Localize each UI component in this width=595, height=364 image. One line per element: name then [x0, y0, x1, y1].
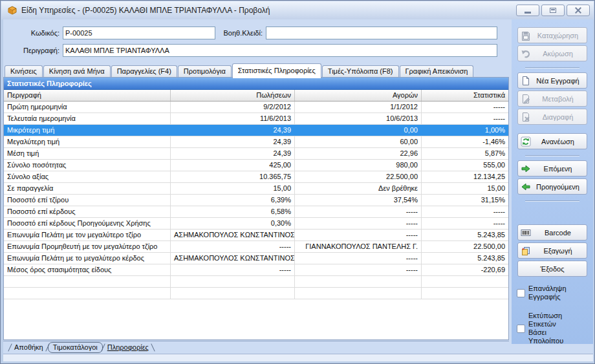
table-cell: -----	[422, 102, 508, 112]
table-cell: Τελευταία ημερομηνία	[4, 113, 171, 124]
table-cell: 555,00	[422, 160, 508, 171]
tab-kinisi-ana-mina[interactable]: Κίνηση ανά Μήνα	[43, 65, 111, 78]
table-row[interactable]: Τελευταία ημερομηνία11/6/201310/6/2013--…	[4, 113, 508, 125]
arrow-right-icon	[521, 164, 531, 174]
table-row[interactable]: Μέση τιμή24,3922,965,87%	[4, 148, 508, 160]
grid-header-row: Περιγραφή Πωλήσεων Αγορών Στατιστικά	[4, 90, 508, 102]
description-label: Περιγραφή:	[3, 47, 63, 54]
tab-statistikes-plirofories[interactable]: Στατιστικές Πληροφορίες	[232, 63, 321, 78]
edit-button[interactable]: Μεταβολή	[517, 91, 587, 107]
repeat-entry-checkbox-row: Επανάληψη Εγγραφής	[517, 284, 590, 301]
table-row[interactable]: Ποσοστό επί κέρδους6,58%----------	[4, 206, 508, 218]
table-cell: Ποσοστό επί κέρδους Προηγούμενης Χρήσης	[4, 218, 171, 229]
tab-grafiki-apeikonisi[interactable]: Γραφική Απεικόνιση	[400, 65, 474, 78]
bottom-tab-strip: Αποθήκη Τιμοκατάλογοι Πληροφορίες	[3, 341, 509, 353]
table-row[interactable]: Πρώτη ημερομηνία9/2/20121/1/2012-----	[4, 102, 508, 113]
table-cell: 425,00	[171, 160, 295, 171]
table-cell: 1,00%	[422, 125, 508, 136]
table-cell: Μέση τιμή	[4, 148, 171, 159]
window-controls	[516, 5, 590, 16]
table-cell: -1,46%	[422, 136, 508, 147]
table-row[interactable]: Μεγαλύτερη τιμή24,3960,00-1,46%	[4, 136, 508, 148]
code-input[interactable]	[63, 27, 215, 39]
table-cell: 24,39	[171, 125, 295, 136]
table-row[interactable]	[4, 288, 508, 299]
cancel-button[interactable]: Ακύρωση	[517, 45, 587, 61]
table-cell: ΑΣΗΜΑΚΟΠΟΥΛΟΣ ΚΩΝΣΤΑΝΤΙΝΟΣ	[171, 253, 295, 264]
grid-body: Πρώτη ημερομηνία9/2/20121/1/2012-----Τελ…	[4, 102, 508, 299]
minimize-button[interactable]	[516, 5, 539, 16]
table-row[interactable]: Επωνυμία Πελάτη με το μεγαλύτερο κέρδοςΑ…	[4, 253, 508, 264]
exit-button[interactable]: Έξοδος	[517, 261, 587, 277]
table-cell: 37,54%	[295, 195, 422, 206]
table-cell: 6,58%	[171, 206, 295, 217]
column-header-purchases[interactable]: Αγορών	[295, 90, 422, 101]
tab-times-ypoloipa[interactable]: Τιμές-Υπόλοιπα (F8)	[322, 65, 399, 78]
description-input[interactable]	[63, 44, 497, 57]
print-labels-checkbox-row: Εκτύπωση Ετικετών Βάσει Υπολοίπου	[517, 312, 590, 345]
repeat-entry-checkbox[interactable]	[517, 289, 525, 297]
sheet-tab-plirofories[interactable]: Πληροφορίες	[103, 343, 153, 352]
table-row[interactable]: Επωνυμία Προμηθευτή με τον μεγαλύτερο τζ…	[4, 241, 508, 253]
table-row[interactable]: Ποσοστό επί κέρδους Προηγούμενης Χρήσης0…	[4, 218, 508, 230]
top-tab-strip: Κινήσεις Κίνηση ανά Μήνα Παραγγελίες (F4…	[3, 62, 509, 78]
table-row[interactable]	[4, 276, 508, 288]
aux-key-input[interactable]	[266, 27, 497, 39]
table-cell: 31,15%	[422, 195, 508, 206]
sheet-tab-timokatalogoi[interactable]: Τιμοκατάλογοι	[48, 342, 103, 353]
table-cell: -----	[171, 264, 295, 275]
table-cell	[422, 288, 508, 299]
tab-protimologia[interactable]: Προτιμολόγια	[178, 65, 232, 78]
table-cell	[171, 288, 295, 299]
table-cell: Επωνυμία Πελάτη με το μεγαλύτερο κέρδος	[4, 253, 171, 264]
table-cell: 0,30%	[171, 218, 295, 229]
edit-icon	[521, 94, 531, 104]
new-record-button[interactable]: Νέα Εγγραφή	[517, 72, 587, 89]
print-labels-checkbox[interactable]	[517, 325, 525, 333]
table-cell: 5,87%	[422, 148, 508, 159]
save-button[interactable]: Καταχώρηση	[517, 27, 587, 43]
column-header-sales[interactable]: Πωλήσεων	[171, 90, 295, 101]
table-cell: 24,39	[171, 148, 295, 159]
app-window: Είδη Υπηρεσίες - (P-00025) ΚΑΛΑΘΙ ΜΠΛΕ Τ…	[0, 0, 595, 364]
table-cell: -----	[171, 241, 295, 252]
barcode-button[interactable]: Barcode	[517, 224, 587, 241]
maximize-button[interactable]	[541, 5, 565, 16]
aux-key-label: Βοηθ.Κλειδί:	[219, 29, 266, 37]
refresh-icon	[521, 136, 531, 147]
table-row[interactable]: Ποσοστό επί τζίρου6,39%37,54%31,15%	[4, 195, 508, 206]
table-cell: -220,69	[422, 264, 508, 275]
table-cell: 15,00	[171, 183, 295, 194]
table-cell: 11/6/2013	[171, 113, 295, 124]
new-document-icon	[521, 76, 531, 86]
table-row[interactable]: Σε παραγγελία15,00Δεν βρέθηκε15,00	[4, 183, 508, 195]
table-cell: -----	[422, 206, 508, 217]
next-button[interactable]: Επόμενη	[517, 160, 587, 177]
table-row[interactable]: Σύνολο αξίας10.365,7522.500,0012.134,25	[4, 171, 508, 183]
tab-kiniseis[interactable]: Κινήσεις	[5, 65, 43, 78]
previous-button[interactable]: Προηγούμενη	[517, 178, 587, 195]
sheet-tab-apothiki[interactable]: Αποθήκη	[10, 343, 47, 352]
status-bar	[3, 354, 593, 361]
export-button[interactable]: Εξαγωγή	[517, 242, 587, 259]
column-header-statistics[interactable]: Στατιστικά	[422, 90, 508, 101]
table-cell: Σύνολο αξίας	[4, 171, 171, 182]
close-button[interactable]	[567, 5, 590, 16]
table-cell: -----	[422, 113, 508, 124]
refresh-button[interactable]: Ανανέωση	[517, 133, 587, 149]
table-row[interactable]: Μικρότερη τιμή24,390,001,00%	[4, 125, 508, 136]
table-row[interactable]: Σύνολο ποσότητας425,00980,00555,00	[4, 160, 508, 171]
delete-icon	[521, 112, 531, 122]
table-row[interactable]: Μέσος όρος στασιμότητας είδους----------…	[4, 264, 508, 276]
maximize-icon	[550, 8, 556, 13]
table-cell: 5.243,85	[422, 230, 508, 241]
code-label: Κωδικός:	[3, 29, 63, 37]
tab-paraggelies[interactable]: Παραγγελίες (F4)	[111, 65, 177, 78]
delete-button[interactable]: Διαγραφή	[517, 109, 587, 125]
undo-icon	[521, 48, 531, 59]
table-cell: 10.365,75	[171, 171, 295, 182]
column-header-description[interactable]: Περιγραφή	[4, 90, 171, 101]
table-cell: 9/2/2012	[171, 102, 295, 112]
table-cell: -----	[295, 253, 422, 264]
table-row[interactable]: Επωνυμία Πελάτη με τον μεγαλύτερο τζίροΑ…	[4, 230, 508, 241]
